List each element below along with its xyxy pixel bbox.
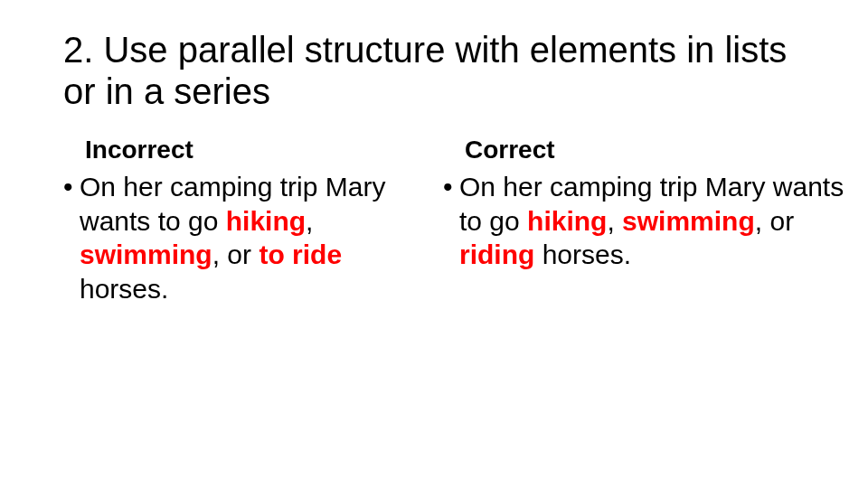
heading-incorrect: Incorrect	[63, 136, 434, 164]
highlight-riding: riding	[459, 239, 534, 269]
correct-sentence: On her camping trip Mary wants to go hik…	[459, 170, 868, 272]
heading-correct: Correct	[443, 136, 868, 164]
text-fragment: ,	[755, 206, 770, 236]
bullet-icon: •	[443, 170, 459, 204]
highlight-ride: ride	[292, 239, 342, 269]
highlight-swimming: swimming	[80, 239, 212, 269]
incorrect-sentence: On her camping trip Mary wants to go hik…	[80, 170, 434, 305]
text-fragment: horses.	[534, 239, 631, 269]
column-correct: Correct • On her camping trip Mary wants…	[434, 136, 868, 305]
column-incorrect: Incorrect • On her camping trip Mary wan…	[0, 136, 434, 305]
highlight-to: to	[259, 239, 292, 269]
text-fragment: ,	[306, 206, 313, 236]
highlight-hiking: hiking	[527, 206, 607, 236]
text-fragment: horses.	[80, 274, 168, 304]
slide-title: 2. Use parallel structure with elements …	[63, 29, 814, 112]
highlight-swimming: swimming	[622, 206, 755, 236]
bullet-icon: •	[63, 170, 80, 204]
slide: 2. Use parallel structure with elements …	[0, 0, 868, 488]
bullet-row-correct: • On her camping trip Mary wants to go h…	[443, 170, 868, 272]
bullet-row-incorrect: • On her camping trip Mary wants to go h…	[63, 170, 434, 305]
text-fragment: ,	[607, 206, 622, 236]
text-fragment: or	[769, 206, 794, 236]
content-columns: Incorrect • On her camping trip Mary wan…	[0, 136, 868, 305]
text-fragment: , or	[212, 239, 259, 269]
highlight-hiking: hiking	[226, 206, 306, 236]
